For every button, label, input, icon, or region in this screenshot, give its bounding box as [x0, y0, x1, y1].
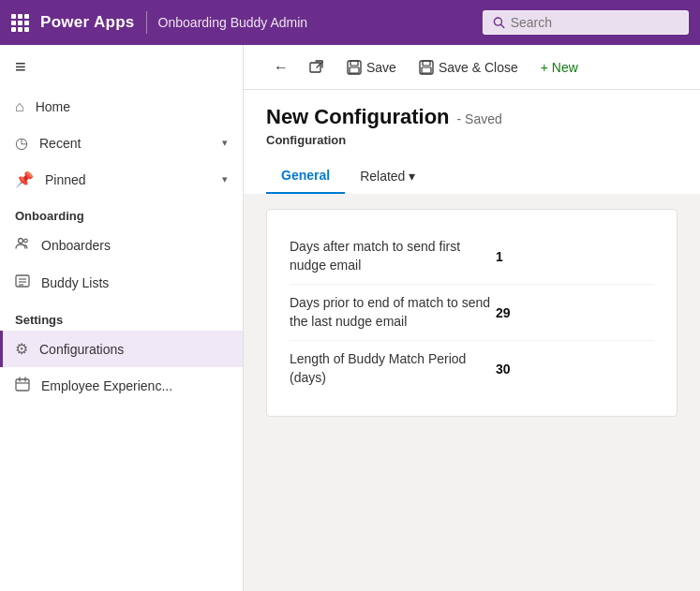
tab-related-label: Related	[360, 169, 405, 184]
sidebar-section-onboarding: Onboarding	[0, 198, 243, 227]
sidebar-item-label: Configurations	[39, 342, 228, 357]
save-close-icon	[419, 60, 434, 75]
top-bar: Power Apps Onboarding Buddy Admin	[0, 0, 700, 45]
new-label: + New	[541, 60, 578, 75]
list-icon	[15, 273, 30, 292]
sidebar-item-label: Home	[36, 99, 228, 114]
sidebar-item-home[interactable]: ⌂ Home	[0, 89, 243, 125]
main-content: ← Save	[244, 45, 700, 591]
svg-rect-18	[423, 61, 430, 66]
search-input[interactable]	[511, 15, 678, 30]
chevron-down-icon: ▾	[222, 137, 228, 149]
save-label: Save	[366, 60, 396, 75]
calendar-icon	[15, 377, 30, 395]
svg-rect-15	[350, 61, 358, 66]
sidebar-item-buddy-lists[interactable]: Buddy Lists	[0, 264, 243, 302]
svg-line-1	[501, 24, 504, 27]
sidebar: ≡ ⌂ Home ◷ Recent ▾ 📌 Pinned ▾ Onboardin…	[0, 45, 244, 591]
svg-point-2	[19, 239, 23, 244]
tab-general-label: General	[281, 168, 330, 183]
page-header: New Configuration - Saved Configuration …	[244, 90, 700, 194]
sidebar-item-pinned[interactable]: 📌 Pinned ▾	[0, 161, 243, 198]
sidebar-item-configurations[interactable]: ⚙ Configurations	[0, 331, 243, 367]
form-row-match-period: Length of Buddy Match Period (days) 30	[290, 341, 654, 396]
chevron-down-icon: ▾	[222, 173, 228, 185]
sidebar-menu-button[interactable]: ≡	[0, 45, 243, 89]
new-button[interactable]: + New	[531, 54, 588, 81]
main-toolbar: ← Save	[244, 45, 700, 90]
back-button[interactable]: ←	[266, 53, 296, 81]
save-icon	[347, 60, 362, 75]
people-icon	[15, 236, 30, 255]
open-button[interactable]	[300, 54, 334, 81]
page-subtitle: Configuration	[266, 133, 678, 147]
form-value-nudge-last: 29	[496, 305, 552, 320]
recent-icon: ◷	[15, 134, 28, 152]
sidebar-item-label: Recent	[39, 136, 211, 151]
svg-rect-12	[310, 63, 320, 72]
tab-general[interactable]: General	[266, 158, 345, 194]
app-title: Power Apps	[40, 13, 135, 32]
svg-rect-8	[16, 379, 29, 391]
svg-rect-19	[422, 67, 431, 73]
sidebar-section-settings: Settings	[0, 302, 243, 331]
form-value-nudge-first: 1	[496, 249, 552, 264]
home-icon: ⌂	[15, 98, 24, 115]
sidebar-item-label: Onboarders	[41, 238, 228, 253]
layout: ≡ ⌂ Home ◷ Recent ▾ 📌 Pinned ▾ Onboardin…	[0, 45, 700, 591]
app-launcher-icon[interactable]	[11, 14, 29, 32]
save-button[interactable]: Save	[337, 54, 406, 81]
search-box[interactable]	[483, 10, 689, 35]
form-label-nudge-last: Days prior to end of match to send the l…	[290, 294, 496, 331]
divider	[146, 11, 147, 34]
form-area: Days after match to send first nudge ema…	[244, 194, 700, 591]
chevron-down-icon: ▾	[409, 169, 415, 184]
form-card: Days after match to send first nudge ema…	[266, 209, 678, 417]
search-icon	[493, 16, 505, 29]
form-row-nudge-last: Days prior to end of match to send the l…	[290, 285, 654, 341]
sidebar-item-label: Buddy Lists	[41, 275, 228, 290]
sidebar-item-employee-experience[interactable]: Employee Experienc...	[0, 367, 243, 405]
sidebar-item-recent[interactable]: ◷ Recent ▾	[0, 125, 243, 161]
sidebar-item-onboarders[interactable]: Onboarders	[0, 227, 243, 264]
form-label-nudge-first: Days after match to send first nudge ema…	[290, 238, 496, 274]
form-label-match-period: Length of Buddy Match Period (days)	[290, 350, 496, 387]
open-icon	[309, 60, 324, 75]
form-row-nudge-first: Days after match to send first nudge ema…	[290, 229, 654, 285]
save-close-label: Save & Close	[439, 60, 518, 75]
pin-icon: 📌	[15, 170, 34, 188]
tabs: General Related ▾	[266, 158, 678, 194]
section-title: Onboarding Buddy Admin	[158, 15, 308, 30]
save-close-button[interactable]: Save & Close	[410, 54, 528, 81]
page-title: New Configuration	[266, 105, 450, 129]
gear-icon: ⚙	[15, 340, 28, 358]
svg-rect-16	[350, 67, 359, 73]
tab-related[interactable]: Related ▾	[345, 159, 430, 193]
svg-point-3	[24, 239, 28, 243]
sidebar-item-label: Employee Experienc...	[41, 378, 228, 393]
form-value-match-period: 30	[496, 362, 552, 377]
sidebar-item-label: Pinned	[45, 172, 211, 187]
page-status: - Saved	[457, 111, 502, 126]
